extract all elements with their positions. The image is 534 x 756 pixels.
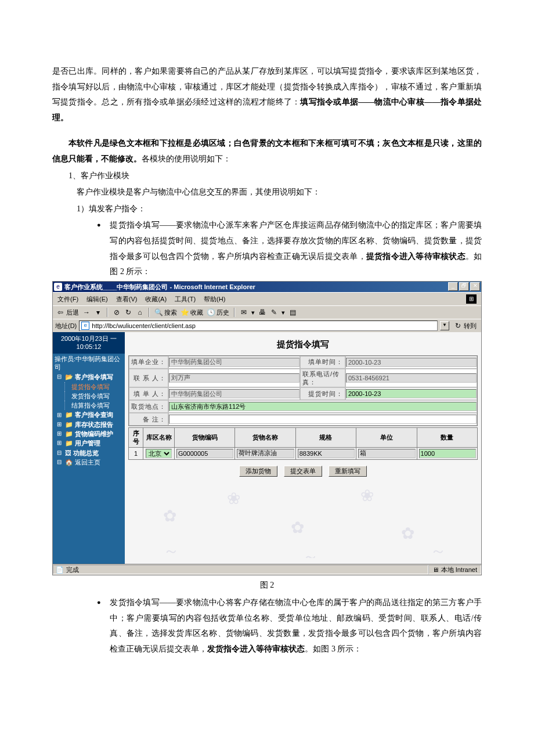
menu-help[interactable]: 帮助(H) (204, 295, 225, 303)
th-seq: 序号 (129, 428, 143, 448)
sidebar: 2000年10月23日 一 10:05:12 操作员:中华制药集团公司 ⊟ 📂 … (53, 332, 125, 564)
bullet-tihuozhilin: 提货指令填写——要求物流中心派车来客户产区仓库接运商品存储到物流中心的指定库区；… (97, 218, 482, 279)
sidebar-sub-jiesuanzhilin[interactable]: 结算指令填写 (64, 401, 125, 410)
select-warehouse[interactable]: 北京库区 (146, 449, 171, 458)
input-spec (298, 449, 355, 458)
input-fill-time (346, 358, 477, 367)
menu-tools[interactable]: 工具(T) (175, 295, 196, 303)
items-table: 序号 库区名称 货物编码 货物名称 规格 单位 数量 1 北京库区 (128, 427, 478, 460)
ie-icon: e (54, 283, 62, 291)
home-button[interactable]: ⌂ (136, 308, 144, 316)
page-done-icon: 📄 (56, 566, 64, 574)
close-button[interactable]: ✕ (470, 282, 480, 291)
titlebar: e 客户作业系统____中华制药集团公司 - Microsoft Interne… (53, 282, 481, 292)
back-button[interactable]: ⇦后退 (56, 308, 79, 316)
submit-button[interactable]: 提交表单 (284, 466, 322, 477)
input-code[interactable] (176, 449, 234, 458)
page-icon: e (81, 322, 89, 330)
ie-window: e 客户作业系统____中华制药集团公司 - Microsoft Interne… (52, 281, 482, 575)
bullet-fahuozhilin: 发货指令填写——要求物流中心将客户存储在物流中心仓库的属于客户的商品送往指定的第… (97, 595, 482, 657)
th-code: 货物编码 (174, 428, 234, 448)
input-fill-company (169, 358, 300, 367)
paragraph-1: 是否已出库。同样的，客户如果需要将自己的产品从某厂存放到某库区，可以填写提货指令… (52, 64, 482, 125)
go-button[interactable]: ↻ 转到 (452, 322, 479, 330)
sidebar-item-0[interactable]: ⊟ 📂 客户指令填写 (54, 372, 125, 381)
paragraph-2: 本软件凡是绿色文本框和下拉框是必填区域；白色背景的文本框和下来框可填可不填；灰色… (52, 136, 482, 167)
th-spec: 规格 (295, 428, 356, 448)
stop-button[interactable]: ⊘ (113, 308, 121, 316)
sidebar-sub-fahuozhilin[interactable]: 发货指令填写 (64, 391, 125, 401)
go-icon: ↻ (454, 322, 462, 330)
intranet-icon: 🖥 (432, 566, 439, 574)
menubar: 文件(F) 编辑(E) 查看(V) 收藏(A) 工具(T) 帮助(H) ⊞ (53, 292, 481, 305)
input-pickup-loc[interactable] (169, 402, 477, 411)
sidebar-item-4[interactable]: ⊞📁用户管理 (54, 438, 125, 448)
statusbar: 📄 完成 🖥 本地 Intranet (53, 564, 481, 575)
label-fill-company: 填单企业： (129, 356, 168, 369)
status-zone: 本地 Intranet (441, 566, 477, 574)
label-remark: 备 注： (129, 413, 168, 426)
history-button[interactable]: 🕓历史 (207, 308, 229, 316)
form-title: 提货指令填写 (128, 336, 478, 355)
folder-open-icon: ⊟ (55, 373, 63, 380)
refresh-button[interactable]: ↻ (124, 308, 132, 316)
ms-flag-icon: ⊞ (466, 294, 477, 304)
toolbar: ⇦后退 → ▾ ⊘ ↻ ⌂ 🔍搜索 ⭐收藏 🕓历史 ✉▾ 🖶 ✎▾ ▤ (53, 305, 481, 319)
figure-2-caption: 图 2 (52, 578, 482, 593)
sidebar-operator: 操作员:中华制药集团公司 (53, 354, 125, 373)
watermark: ✿ ❀ ✿ ❀ ✿ ～ ～ ～ (128, 483, 478, 558)
menu-fav[interactable]: 收藏(A) (145, 295, 167, 303)
menu-view[interactable]: 查看(V) (116, 295, 138, 303)
label-pickup-time: 提货时间： (300, 387, 345, 400)
discuss-button[interactable]: ▤ (288, 308, 297, 316)
sidebar-sub-tihuozhilin[interactable]: 提货指令填写 (64, 382, 125, 391)
input-contact (169, 373, 300, 383)
main-panel: 提货指令填写 填单企业： 填单时间： 联 系 人： 联系电话/传真： 填 单 人… (125, 332, 481, 564)
input-qty[interactable] (419, 449, 477, 458)
sidebar-item-5[interactable]: ⊟🖼功能总览 (54, 448, 125, 458)
maximize-button[interactable]: 🗗 (459, 282, 469, 291)
th-name: 货物名称 (235, 428, 295, 448)
address-input[interactable]: e http://lbc/wuliucenter/client/client.a… (79, 321, 438, 331)
search-button[interactable]: 🔍搜索 (154, 308, 177, 316)
status-done: 完成 (66, 566, 79, 574)
label-fill-time: 填单时间： (300, 356, 345, 369)
menu-file[interactable]: 文件(F) (57, 295, 78, 303)
reset-button[interactable]: 重新填写 (329, 466, 367, 477)
forward-button[interactable]: → (82, 308, 91, 316)
cell-seq: 1 (129, 447, 143, 459)
print-button[interactable]: 🖶 (258, 308, 266, 316)
input-pickup-person (169, 389, 300, 398)
address-dropdown[interactable]: ▼ (440, 321, 449, 330)
address-label: 地址(D) (55, 322, 77, 330)
window-title: 客户作业系统____中华制药集团公司 - Microsoft Internet … (64, 283, 448, 291)
input-remark[interactable] (169, 415, 477, 424)
minimize-button[interactable]: _ (448, 282, 458, 291)
section-1-title: 1、客户作业模块 (52, 168, 482, 184)
label-phone: 联系电话/传真： (300, 369, 345, 388)
sidebar-item-2[interactable]: ⊞📁库存状态报告 (54, 420, 125, 429)
section-1-1: 1）填发客户指令： (77, 201, 482, 217)
label-pickup-loc: 取货地点： (129, 400, 168, 413)
label-contact: 联 系 人： (129, 369, 168, 388)
form-grid: 填单企业： 填单时间： 联 系 人： 联系电话/传真： 填 单 人： 提货时间：… (128, 355, 478, 427)
address-bar: 地址(D) e http://lbc/wuliucenter/client/cl… (53, 319, 481, 332)
add-item-button[interactable]: 添加货物 (239, 466, 277, 477)
sidebar-item-6[interactable]: ⊟🏠返回主页 (54, 458, 125, 467)
sidebar-item-1[interactable]: ⊞📁客户指令查询 (54, 410, 125, 419)
menu-edit[interactable]: 编辑(E) (86, 295, 108, 303)
sidebar-clock: 2000年10月23日 一 10:05:12 (53, 332, 125, 354)
input-name (237, 449, 294, 458)
mail-button[interactable]: ✉ (240, 308, 248, 316)
input-phone (346, 373, 477, 383)
section-1-desc: 客户作业模块是客户与物流中心信息交互的界面，其使用说明如下： (77, 185, 482, 200)
edit-button[interactable]: ✎ (270, 308, 278, 316)
th-qty: 数量 (417, 428, 477, 448)
th-warehouse: 库区名称 (143, 428, 175, 448)
table-row: 1 北京库区 (129, 447, 478, 459)
input-pickup-time[interactable] (346, 389, 477, 398)
sidebar-item-3[interactable]: ⊞📁货物编码维护 (54, 429, 125, 438)
label-pickup-person: 填 单 人： (129, 387, 168, 400)
favorites-button[interactable]: ⭐收藏 (181, 308, 203, 316)
input-unit (358, 449, 416, 458)
